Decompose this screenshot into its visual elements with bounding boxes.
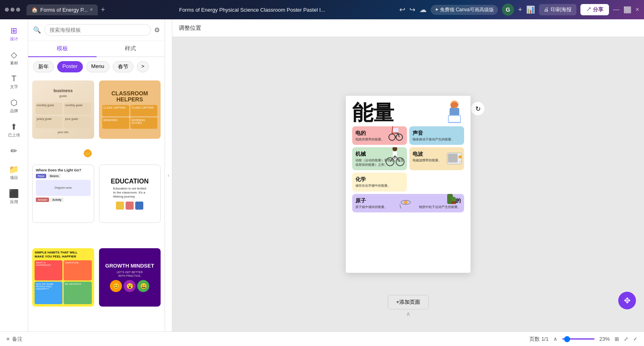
window-dots bbox=[5, 8, 20, 12]
canvas-area: 调整位置 🔒 ⧉ + ↻ bbox=[172, 19, 644, 332]
undo-btn[interactable]: ↩ bbox=[399, 5, 405, 14]
scroll-up-icon: ∧ bbox=[406, 311, 410, 317]
chip-new-year[interactable]: 新年 bbox=[33, 61, 54, 72]
svg-rect-16 bbox=[448, 154, 458, 163]
sidebar-label-text: 文字 bbox=[10, 84, 18, 90]
document-title: Forms of Energy Physical Science Classro… bbox=[111, 7, 392, 13]
topbar: 🏠 Forms of Energy P... × + Forms of Ener… bbox=[0, 0, 644, 19]
filter-btn[interactable]: ⚙ bbox=[154, 26, 160, 34]
search-bar: 🔍 ⚙ bbox=[28, 19, 165, 41]
templates-panel: 🔍 ⚙ 模板 样式 新年 Poster Menu 春节 > businessgo… bbox=[28, 19, 165, 332]
add-page-btn[interactable]: +添加页面 bbox=[388, 295, 429, 309]
close-btn[interactable]: × bbox=[636, 6, 639, 13]
sidebar-item-upload[interactable]: ⬆ 已上传 bbox=[2, 119, 26, 141]
dot1 bbox=[5, 8, 9, 12]
sidebar-item-apps[interactable]: ⬛ 应用 bbox=[2, 185, 26, 208]
canvas-toolbar: 调整位置 bbox=[172, 19, 644, 37]
tab-title: Forms of Energy P... bbox=[40, 7, 88, 13]
sidebar-icons: ⊞ 设计 ◇ 素材 T 文字 ⬡ 品牌 ⬆ 已上传 ✏ 📁 项目 ⬛ 应用 bbox=[0, 19, 28, 332]
illustration-person-1 bbox=[442, 100, 466, 130]
card-chemical-desc: 储存在化学键中的能量。 bbox=[355, 184, 404, 188]
sidebar-item-brand[interactable]: ⬡ 品牌 bbox=[2, 95, 26, 117]
atom-illustration bbox=[400, 196, 412, 210]
sidebar-label-assets: 素材 bbox=[10, 60, 18, 66]
sidebar-item-assets[interactable]: ◇ 素材 bbox=[2, 47, 26, 69]
collapse-panel-btn[interactable]: ‹ bbox=[165, 19, 172, 332]
new-tab-btn[interactable]: + bbox=[101, 6, 105, 14]
chip-more-btn[interactable]: > bbox=[137, 61, 149, 72]
topbar-right: ↩ ↪ ☁ ✦ 免费领 Canva可画高级版 G + 📊 🖨 印刷海报 ↗ 分享… bbox=[399, 4, 639, 16]
main-area: ⊞ 设计 ◇ 素材 T 文字 ⬡ 品牌 ⬆ 已上传 ✏ 📁 项目 ⬛ 应用 bbox=[0, 19, 644, 332]
refresh-icon: ↻ bbox=[475, 105, 481, 113]
fullscreen-btn[interactable]: ⤢ bbox=[624, 336, 628, 342]
dot3 bbox=[16, 8, 20, 12]
plus-btn[interactable]: + bbox=[518, 6, 522, 14]
tab-templates[interactable]: 模板 bbox=[28, 41, 97, 57]
tab-close-btn[interactable]: × bbox=[90, 7, 93, 12]
redo-btn[interactable]: ↪ bbox=[409, 5, 415, 14]
upload-icon: ⬆ bbox=[10, 122, 17, 132]
notes-btn[interactable]: ≡ 备注 bbox=[6, 336, 23, 343]
pagination-up-btn[interactable]: ∧ bbox=[553, 336, 557, 342]
sidebar-item-design[interactable]: ⊞ 设计 bbox=[2, 23, 26, 45]
sidebar-item-text[interactable]: T 文字 bbox=[2, 71, 26, 93]
page-info: 页数 1/1 bbox=[529, 336, 549, 343]
projects-icon: 📁 bbox=[9, 165, 19, 174]
sidebar-item-projects[interactable]: 📁 项目 bbox=[2, 161, 26, 184]
sidebar-label-apps: 应用 bbox=[10, 199, 18, 205]
chip-menu[interactable]: Menu bbox=[86, 61, 110, 72]
minimize-btn[interactable]: — bbox=[613, 6, 619, 13]
text-icon: T bbox=[11, 74, 16, 83]
toolbar-label: 调整位置 bbox=[179, 25, 201, 32]
print-button[interactable]: 🖨 印刷海报 bbox=[539, 4, 576, 15]
chip-poster[interactable]: Poster bbox=[57, 61, 83, 72]
grid-view-btn[interactable]: ⊞ bbox=[615, 336, 619, 342]
sidebar-label-projects: 项目 bbox=[10, 175, 18, 181]
refresh-btn[interactable]: ↻ bbox=[471, 101, 485, 116]
chip-spring[interactable]: 春节 bbox=[113, 61, 134, 72]
template-card-2[interactable]: CLASSROOMHELPERS CLASS CAPTAIN CLASS CAP… bbox=[98, 80, 162, 161]
share-button[interactable]: ↗ 分享 bbox=[580, 4, 609, 15]
brand-icon: ⬡ bbox=[10, 98, 17, 107]
card-bottom[interactable]: 原子 原子核中储存的能量。 bbox=[352, 194, 464, 212]
poster-document[interactable]: 能量 电的 电路所携带的能量。 bbox=[346, 96, 471, 273]
apps-icon: ⬛ bbox=[9, 189, 19, 198]
illustration-appliance bbox=[446, 152, 462, 169]
check-btn[interactable]: ✓ bbox=[633, 336, 638, 342]
canvas-wrapper[interactable]: 🔒 ⧉ + ↻ bbox=[172, 37, 644, 332]
crown-badge-1: 👑 bbox=[84, 149, 92, 157]
svg-point-5 bbox=[389, 134, 395, 140]
card-chemical[interactable]: 化学 储存在化学键中的能量。 bbox=[352, 173, 407, 191]
chart-btn[interactable]: 📊 bbox=[526, 5, 535, 14]
zoom-slider[interactable] bbox=[562, 338, 594, 340]
template-card-1[interactable]: businessgoals monthly goals monthly goal… bbox=[31, 80, 95, 161]
user-avatar[interactable]: G bbox=[502, 4, 514, 16]
template-card-3[interactable]: Where Does the Light Go? Rays Beams Diag… bbox=[31, 164, 95, 245]
template-card-6[interactable]: GROWTH MINDSET LET'S GET BETTERWITH PRAC… bbox=[98, 247, 162, 328]
bottom-bar: ≡ 备注 页数 1/1 ∧ 23% ⊞ ⤢ ✓ bbox=[0, 332, 644, 346]
accessibility-btn[interactable]: ✥ bbox=[618, 292, 636, 309]
design-icon: ⊞ bbox=[10, 26, 17, 35]
card-electric[interactable]: 电的 电路所携带的能量。 bbox=[352, 126, 407, 145]
draw-icon: ✏ bbox=[10, 146, 17, 156]
page-scroll-indicator[interactable]: ∧ bbox=[406, 310, 410, 317]
template-grid: businessgoals monthly goals monthly goal… bbox=[28, 76, 165, 332]
notes-icon: ≡ bbox=[6, 336, 10, 342]
card-mechanical[interactable]: 机械 动能（运动的能量）和势能（位置或形状的能量）之和。 bbox=[352, 147, 407, 170]
card-radio[interactable]: 电波 电磁波携带的能量。 bbox=[409, 147, 464, 170]
sidebar-item-draw[interactable]: ✏ bbox=[2, 143, 26, 160]
premium-badge[interactable]: ✦ 免费领 Canva可画高级版 bbox=[431, 5, 498, 15]
active-tab[interactable]: 🏠 Forms of Energy P... × bbox=[27, 4, 98, 15]
cloud-upload-btn[interactable]: ☁ bbox=[419, 5, 427, 14]
share-label: ↗ 分享 bbox=[586, 6, 603, 13]
notes-label: 备注 bbox=[12, 336, 23, 343]
tab-styles[interactable]: 样式 bbox=[97, 41, 165, 56]
search-input[interactable] bbox=[44, 24, 151, 36]
tab-area: 🏠 Forms of Energy P... × + bbox=[27, 4, 105, 15]
bottom-right: 页数 1/1 ∧ 23% ⊞ ⤢ ✓ bbox=[529, 336, 638, 343]
maximize-btn[interactable]: ⬜ bbox=[623, 6, 632, 14]
template-card-5[interactable]: SIMPLE HABITS THAT WILLMAKE YOU FEEL HAP… bbox=[31, 247, 95, 328]
template-card-4[interactable]: EDUCATION Education is not limitedto the… bbox=[98, 164, 162, 245]
collapse-icon: ‹ bbox=[168, 173, 169, 178]
panel-tabs: 模板 样式 bbox=[28, 41, 165, 57]
